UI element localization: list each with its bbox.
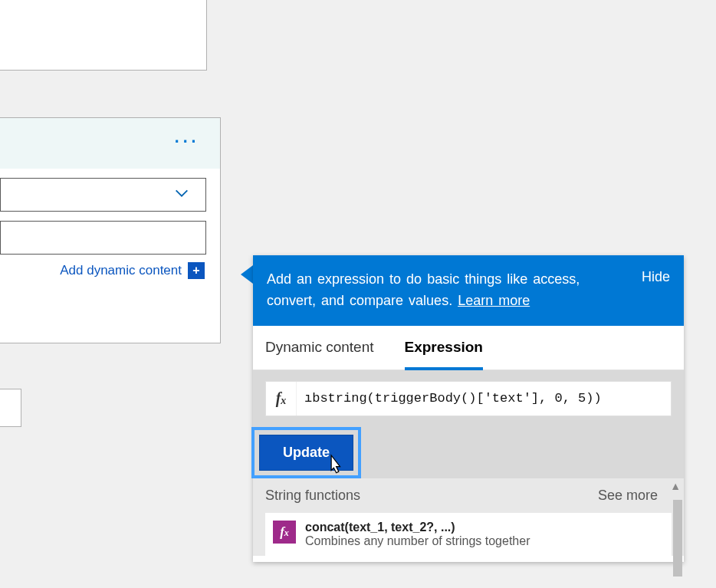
action-card-header: ··· — [0, 118, 220, 169]
plus-icon: + — [188, 262, 205, 279]
fx-icon: fx — [273, 521, 296, 544]
more-icon[interactable]: ··· — [173, 132, 199, 147]
see-more-link[interactable]: See more — [598, 488, 658, 504]
expression-input[interactable] — [297, 382, 671, 416]
scroll-up-icon[interactable]: ▲ — [670, 480, 681, 492]
functions-section-title: String functions — [265, 488, 360, 504]
functions-section: ▲ String functions See more fx concat(te… — [253, 478, 684, 556]
panel-header-text: Add an expression to do basic things lik… — [267, 269, 596, 312]
panel-header: Add an expression to do basic things lik… — [253, 255, 684, 326]
scrollbar-thumb[interactable] — [673, 500, 682, 577]
chevron-down-icon — [173, 185, 190, 205]
function-description: Combines any number of strings together — [305, 534, 530, 548]
action-card-body: Add dynamic content + — [0, 169, 220, 279]
add-dynamic-content-link[interactable]: Add dynamic content + — [0, 262, 206, 279]
function-item[interactable]: fx concat(text_1, text_2?, ...) Combines… — [265, 513, 672, 556]
functions-header: String functions See more — [253, 478, 684, 513]
expression-input-row: fx — [265, 381, 672, 416]
tab-expression[interactable]: Expression — [405, 326, 483, 370]
hide-button[interactable]: Hide — [642, 269, 670, 285]
learn-more-link[interactable]: Learn more — [458, 293, 530, 308]
tab-dynamic-content[interactable]: Dynamic content — [265, 326, 374, 370]
update-row: Update — [253, 427, 684, 478]
add-dynamic-content-label: Add dynamic content — [60, 263, 182, 278]
callout-arrow-icon — [241, 265, 253, 284]
panel-header-description: Add an expression to do basic things lik… — [267, 271, 580, 308]
tab-bar: Dynamic content Expression — [253, 326, 684, 370]
function-text: concat(text_1, text_2?, ...) Combines an… — [305, 521, 530, 548]
action-card: ··· Add dynamic content + — [0, 117, 221, 343]
fx-icon: fx — [266, 382, 297, 416]
update-highlight: Update — [251, 427, 361, 478]
card-fragment-top — [0, 0, 207, 71]
text-input-field[interactable] — [0, 221, 206, 255]
card-fragment-bottom — [0, 389, 21, 427]
update-button[interactable]: Update — [259, 435, 353, 471]
function-title: concat(text_1, text_2?, ...) — [305, 521, 530, 534]
dropdown-field[interactable] — [0, 178, 206, 212]
expression-panel: Add an expression to do basic things lik… — [253, 255, 684, 562]
expression-area: fx — [253, 370, 684, 427]
